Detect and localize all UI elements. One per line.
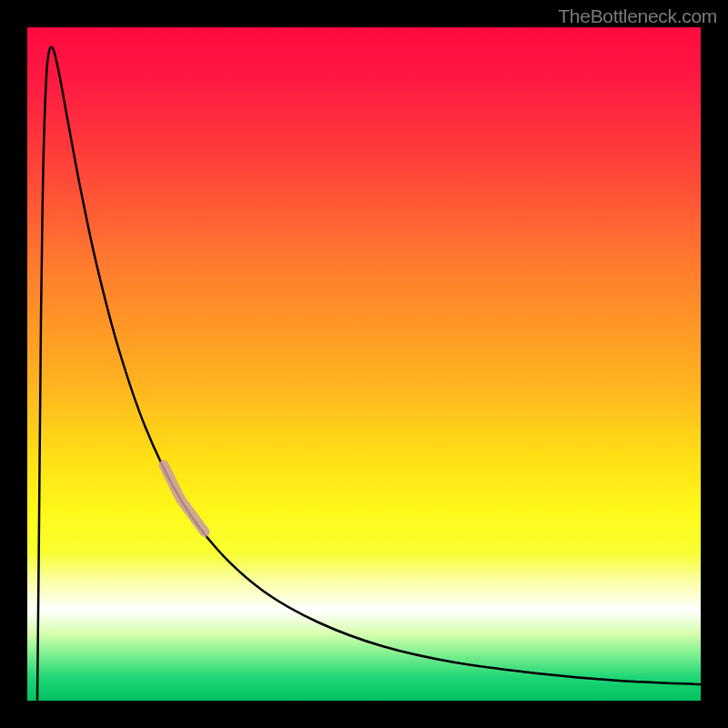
- chart-curve-svg: [27, 27, 701, 701]
- watermark-text: TheBottleneck.com: [558, 5, 717, 27]
- plot-area: [27, 27, 701, 701]
- curve-path: [37, 47, 701, 701]
- highlight-segment: [164, 465, 205, 532]
